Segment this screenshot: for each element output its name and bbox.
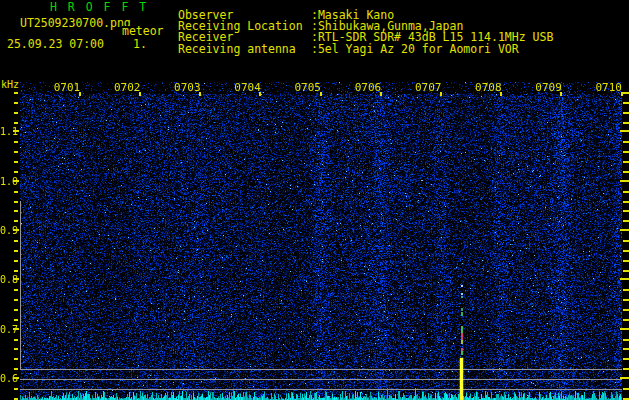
time-label: 0705 — [295, 81, 322, 94]
spectrogram-noise-canvas — [20, 82, 622, 400]
freq-minor-tick-right — [623, 102, 629, 104]
freq-minor-tick-right — [623, 161, 629, 163]
freq-minor-tick-right — [623, 260, 629, 262]
freq-minor-tick-left — [14, 388, 18, 390]
freq-minor-tick-right — [623, 299, 629, 301]
info-row-antenna: Receiving antenna:5el Yagi Az 20 for Aom… — [178, 42, 519, 53]
freq-minor-tick-left — [14, 299, 18, 301]
info-row-observer: Observer:Masaki Kano — [178, 8, 394, 19]
freq-minor-tick-left — [14, 339, 18, 341]
freq-minor-tick-left — [14, 309, 18, 311]
freq-minor-tick-right — [623, 319, 629, 321]
info-row-receiver: Receiver:RTL-SDR SDR# 43dB L15 114.1MHz … — [178, 30, 553, 41]
time-tick — [320, 92, 322, 96]
freq-major-tick-right — [620, 130, 629, 132]
freq-minor-tick-left — [14, 112, 18, 114]
time-label: 0710 — [596, 81, 623, 94]
freq-minor-tick-right — [623, 289, 629, 291]
freq-minor-tick-right — [623, 141, 629, 143]
freq-minor-tick-left — [14, 260, 18, 262]
freq-minor-tick-left — [14, 368, 18, 370]
freq-minor-tick-right — [623, 220, 629, 222]
freq-minor-tick-left — [14, 122, 18, 124]
freq-minor-tick-right — [623, 250, 629, 252]
echo-count: 1. — [133, 39, 147, 50]
freq-minor-tick-left — [14, 191, 18, 193]
freq-major-tick-left — [13, 377, 19, 379]
freq-minor-tick-right — [623, 368, 629, 370]
freq-minor-tick-left — [14, 358, 18, 360]
freq-minor-tick-left — [14, 161, 18, 163]
freq-major-tick-left — [13, 180, 19, 182]
time-tick — [199, 92, 201, 96]
freq-minor-tick-left — [14, 270, 18, 272]
time-tick — [500, 92, 502, 96]
freq-minor-tick-right — [623, 122, 629, 124]
freq-major-tick-right — [620, 180, 629, 182]
time-tick — [259, 92, 261, 96]
freq-minor-tick-left — [14, 141, 18, 143]
y-axis-unit-label: kHz — [1, 79, 19, 90]
freq-minor-tick-right — [623, 191, 629, 193]
freq-minor-tick-right — [623, 348, 629, 350]
freq-major-tick-left — [13, 229, 19, 231]
freq-minor-tick-right — [623, 339, 629, 341]
freq-minor-tick-left — [14, 171, 18, 173]
output-filename: UT2509230700.png — [20, 18, 131, 29]
freq-major-tick-right — [620, 328, 629, 330]
freq-minor-tick-right — [623, 92, 629, 94]
time-label: 0707 — [415, 81, 442, 94]
signal-level-trace-canvas — [20, 384, 622, 400]
time-label: 0704 — [234, 81, 261, 94]
freq-minor-tick-left — [14, 289, 18, 291]
freq-major-tick-right — [620, 229, 629, 231]
freq-major-tick-left — [13, 278, 19, 280]
app-title: H R O F F T — [50, 2, 148, 13]
time-label: 0709 — [535, 81, 562, 94]
freq-minor-tick-left — [14, 151, 18, 153]
observation-datetime: 25.09.23 07:00 — [7, 39, 104, 50]
time-tick — [380, 92, 382, 96]
freq-minor-tick-left — [14, 102, 18, 104]
freq-major-tick-left — [13, 328, 19, 330]
plot-left-border-line — [20, 201, 21, 369]
time-tick — [440, 92, 442, 96]
time-tick — [560, 92, 562, 96]
time-label: 0701 — [54, 81, 81, 94]
observation-name-label: meteor — [122, 26, 164, 37]
freq-minor-tick-right — [623, 358, 629, 360]
time-label: 0702 — [114, 81, 141, 94]
freq-minor-tick-right — [623, 171, 629, 173]
time-tick — [79, 92, 81, 96]
freq-minor-tick-left — [14, 220, 18, 222]
time-label: 0708 — [475, 81, 502, 94]
freq-major-tick-left — [13, 130, 19, 132]
info-value: :5el Yagi Az 20 for Aomori VOR — [311, 42, 519, 56]
freq-minor-tick-left — [14, 92, 18, 94]
freq-minor-tick-right — [623, 270, 629, 272]
freq-minor-tick-left — [14, 210, 18, 212]
echo-band-center-line — [20, 379, 623, 380]
freq-minor-tick-right — [623, 201, 629, 203]
freq-minor-tick-left — [14, 201, 18, 203]
info-row-location: Receiving Location:Shibukawa,Gunma,Japan — [178, 19, 463, 30]
time-label: 0703 — [174, 81, 201, 94]
freq-major-tick-right — [620, 278, 629, 280]
freq-minor-tick-left — [14, 348, 18, 350]
echo-band-upper-line — [20, 369, 623, 370]
freq-minor-tick-right — [623, 112, 629, 114]
freq-minor-tick-left — [14, 250, 18, 252]
freq-minor-tick-right — [623, 309, 629, 311]
time-tick — [139, 92, 141, 96]
freq-major-tick-right — [620, 377, 629, 379]
hrofft-output-screen: { "app": { "title": "H R O F F T" }, "he… — [0, 0, 629, 400]
freq-minor-tick-right — [623, 151, 629, 153]
info-label: Receiving antenna — [178, 42, 311, 56]
freq-minor-tick-right — [623, 240, 629, 242]
freq-minor-tick-right — [623, 210, 629, 212]
time-label: 0706 — [355, 81, 382, 94]
freq-minor-tick-right — [623, 388, 629, 390]
freq-minor-tick-left — [14, 319, 18, 321]
freq-minor-tick-left — [14, 240, 18, 242]
